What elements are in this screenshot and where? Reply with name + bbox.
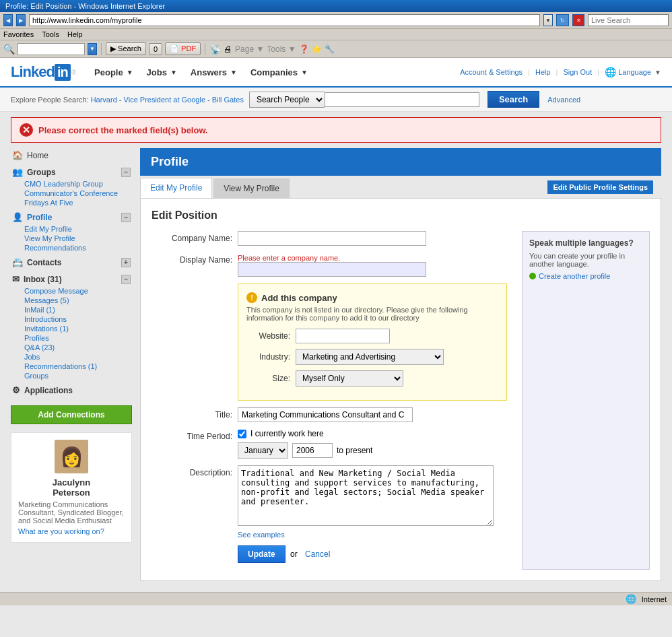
people-chevron: ▼	[127, 69, 133, 76]
create-profile-link[interactable]: Create another profile	[529, 272, 642, 280]
explore-text: Explore People Search: Harvard - Vice Pr…	[11, 96, 244, 104]
sidebar-item-home[interactable]: 🏠 Home	[11, 148, 132, 162]
toolbar-count-btn[interactable]: 0	[149, 43, 162, 55]
title-input[interactable]	[238, 407, 413, 422]
inbox-icon: ✉	[12, 274, 20, 284]
help-link[interactable]: Help	[535, 68, 551, 76]
nav-jobs[interactable]: Jobs▼	[141, 65, 182, 80]
profile-working-on-link[interactable]: What are you working on?	[18, 527, 125, 535]
sidebar-item-inbox[interactable]: ✉ Inbox (31) –	[11, 272, 132, 286]
tab-edit-my-profile[interactable]: Edit My Profile	[140, 178, 212, 198]
explore-harvard[interactable]: Harvard	[91, 96, 117, 104]
sidebar-qa[interactable]: Q&A (23)	[11, 343, 132, 352]
toolbar-go-btn[interactable]: ▶ Search	[106, 42, 146, 55]
year-input[interactable]	[292, 443, 333, 458]
description-label: Description:	[152, 465, 232, 477]
website-input[interactable]	[296, 329, 390, 343]
size-select[interactable]: Myself Only	[296, 370, 403, 387]
help-icon[interactable]: ❓	[299, 44, 309, 54]
search-type-select[interactable]: Search People	[249, 92, 325, 108]
menu-help[interactable]: Help	[67, 30, 83, 38]
page-menu[interactable]: Page ▼	[235, 44, 264, 54]
refresh-button[interactable]: ↻	[556, 14, 569, 26]
toolbar-pdf-btn[interactable]: 📄 PDF	[165, 42, 201, 55]
nav-answers[interactable]: Answers▼	[185, 65, 242, 80]
description-textarea[interactable]: Traditional and New Marketing / Social M…	[238, 465, 494, 526]
sidebar-inmail[interactable]: InMail (1)	[11, 305, 132, 314]
groups-collapse-btn[interactable]: –	[121, 168, 131, 177]
search-bar: Explore People Search: Harvard - Vice Pr…	[0, 88, 672, 112]
date-row: January to present	[238, 442, 511, 459]
month-select[interactable]: January	[238, 442, 288, 459]
sidebar-invitations[interactable]: Invitations (1)	[11, 324, 132, 333]
sidebar-compose[interactable]: Compose Message	[11, 286, 132, 296]
sidebar-item-applications[interactable]: ⚙ Applications	[11, 383, 132, 397]
explore-bill-gates[interactable]: Bill Gates	[212, 96, 244, 104]
sidebar-item-profile[interactable]: 👤 Profile –	[11, 210, 132, 224]
sign-out-link[interactable]: Sign Out	[563, 68, 592, 76]
see-examples-link[interactable]: See examples	[238, 531, 511, 539]
tools-menu[interactable]: Tools ▼	[267, 44, 296, 54]
sidebar-recommendations[interactable]: Recommendations	[11, 243, 132, 253]
menu-tools[interactable]: Tools	[42, 30, 59, 38]
network-icon: 🌐	[626, 594, 636, 604]
menu-favorites[interactable]: Favorites	[3, 30, 34, 38]
or-text: or	[290, 549, 298, 559]
time-period-field: I currently work here January to present	[238, 429, 511, 459]
browser-address-bar: ◀ ▶ ▼ ↻ ✕	[0, 12, 672, 29]
account-settings-link[interactable]: Account & Settings	[460, 68, 523, 76]
sidebar-view-my-profile[interactable]: View My Profile	[11, 234, 132, 243]
live-search-input[interactable]	[588, 14, 669, 26]
contacts-collapse-btn[interactable]: +	[121, 258, 131, 267]
sidebar-communicators-conf[interactable]: Communicator's Conference	[11, 189, 132, 198]
sidebar-profile-label: Profile	[27, 213, 52, 222]
linkedin-logo[interactable]: Linkedin®	[11, 63, 75, 81]
inbox-collapse-btn[interactable]: –	[121, 275, 131, 284]
sidebar-messages[interactable]: Messages (5)	[11, 296, 132, 305]
sidebar-introductions[interactable]: Introductions	[11, 314, 132, 324]
add-connections-button[interactable]: Add Connections	[11, 405, 132, 424]
toolbar-search-input[interactable]	[18, 43, 85, 55]
language-selector[interactable]: 🌐 Language ▼	[605, 67, 661, 77]
currently-work-checkbox[interactable]	[238, 430, 246, 438]
display-name-row: Display Name: Please enter a company nam…	[152, 253, 511, 277]
update-button[interactable]: Update	[238, 545, 285, 563]
companies-chevron: ▼	[301, 69, 308, 76]
forward-button[interactable]: ▶	[16, 14, 26, 26]
sidebar-jobs[interactable]: Jobs	[11, 352, 132, 362]
display-name-input[interactable]	[238, 262, 426, 277]
address-input[interactable]	[29, 14, 540, 26]
sidebar-cmo-leadership[interactable]: CMO Leadership Group	[11, 179, 132, 189]
profile-name-line1: Jaculynn	[18, 477, 125, 488]
address-dropdown[interactable]: ▼	[543, 14, 553, 26]
advanced-search-link[interactable]: Advanced	[547, 96, 580, 104]
add-company-section: ! Add this company This company is not l…	[238, 283, 511, 401]
edit-public-profile-link[interactable]: Edit Public Profile Settings	[547, 180, 653, 194]
back-button[interactable]: ◀	[3, 14, 13, 26]
sidebar-edit-my-profile[interactable]: Edit My Profile	[11, 224, 132, 234]
cancel-link[interactable]: Cancel	[305, 549, 330, 559]
search-text-input[interactable]	[325, 92, 479, 107]
sidebar-groups-inbox[interactable]: Groups	[11, 371, 132, 380]
company-name-input[interactable]	[238, 231, 426, 246]
sidebar-section-groups: 👥 Groups – CMO Leadership Group Communic…	[11, 165, 132, 207]
sidebar-recommendations-inbox[interactable]: Recommendations (1)	[11, 362, 132, 371]
industry-select[interactable]: Marketing and Advertising	[296, 349, 444, 365]
sidebar-item-groups[interactable]: 👥 Groups –	[11, 165, 132, 179]
print-icon[interactable]: 🖨	[224, 44, 232, 54]
explore-vp-google[interactable]: Vice President at Google	[124, 96, 205, 104]
tab-bar: Edit My Profile View My Profile Edit Pub…	[140, 176, 661, 199]
nav-companies[interactable]: Companies▼	[245, 65, 313, 80]
toolbar-search-dropdown[interactable]: ▼	[88, 43, 97, 55]
applications-icon: ⚙	[12, 385, 20, 395]
stop-button[interactable]: ✕	[572, 14, 584, 26]
sidebar-item-contacts[interactable]: 📇 Contacts +	[11, 255, 132, 269]
search-button[interactable]: Search	[488, 91, 539, 108]
profile-collapse-btn[interactable]: –	[121, 213, 131, 222]
sidebar-fridays-at-five[interactable]: Fridays At Five	[11, 198, 132, 207]
nav-people[interactable]: People▼	[89, 65, 139, 80]
sidebar-profiles[interactable]: Profiles	[11, 333, 132, 343]
answers-chevron: ▼	[230, 69, 237, 76]
error-banner: ✕ Please correct the marked field(s) bel…	[11, 117, 661, 143]
tab-view-my-profile[interactable]: View My Profile	[213, 178, 289, 198]
